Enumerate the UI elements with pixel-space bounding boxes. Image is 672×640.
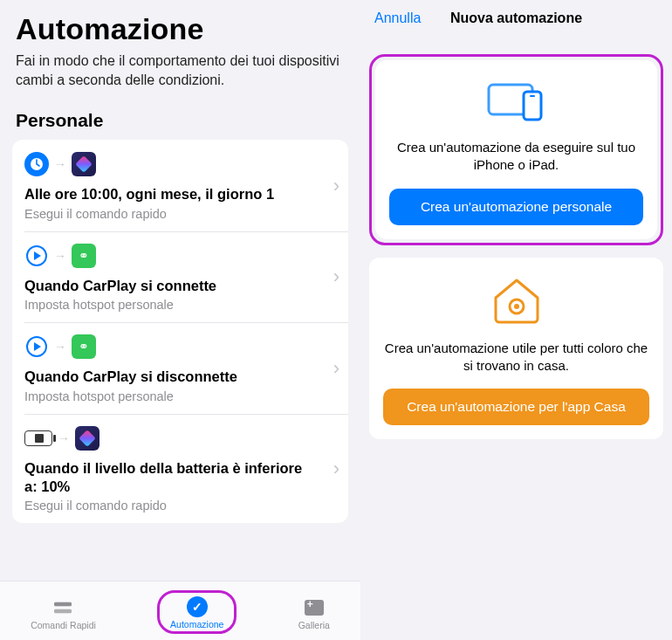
- home-icon: [490, 277, 543, 324]
- check-circle-icon: ✓: [185, 596, 209, 617]
- svg-point-9: [514, 304, 519, 309]
- devices-icon: [483, 79, 550, 123]
- page-title: Automazione: [16, 12, 345, 46]
- automation-subtitle: Imposta hotspot personale: [24, 298, 336, 312]
- automation-row[interactable]: → Alle ore 10:00, ogni mese, il giorno 1…: [12, 140, 348, 231]
- tab-galleria[interactable]: Galleria: [298, 597, 330, 630]
- create-personal-automation-button[interactable]: Crea un'automazione personale: [389, 189, 643, 225]
- home-automation-card: Crea un'automazione utile per tutti colo…: [369, 258, 663, 440]
- carplay-icon: [24, 334, 49, 359]
- carplay-icon: [24, 244, 49, 268]
- cancel-button[interactable]: Annulla: [374, 10, 421, 26]
- automation-title: Quando CarPlay si disconnette: [24, 368, 336, 386]
- automation-list: → Alle ore 10:00, ogni mese, il giorno 1…: [12, 140, 348, 523]
- svg-marker-2: [34, 251, 41, 260]
- svg-marker-4: [34, 342, 41, 351]
- link-icon: ⚭: [72, 334, 96, 359]
- arrow-right-icon: →: [54, 249, 66, 263]
- header: Automazione Fai in modo che il comportam…: [0, 0, 360, 96]
- automation-subtitle: Esegui il comando rapido: [24, 499, 336, 513]
- automation-title: Quando il livello della batteria è infer…: [24, 459, 336, 495]
- section-title-personale: Personale: [0, 96, 360, 140]
- automation-row[interactable]: → Quando il livello della batteria è inf…: [12, 414, 348, 523]
- new-automation-screen: Annulla Nuova automazione Crea un'automa…: [360, 0, 672, 640]
- tab-label: Galleria: [298, 620, 330, 630]
- tab-label: Comandi Rapidi: [31, 620, 96, 630]
- tab-automazione[interactable]: ✓ Automazione: [170, 596, 223, 630]
- arrow-right-icon: →: [54, 157, 66, 171]
- clock-icon: [24, 152, 49, 176]
- personal-card-text: Crea un'automazione da eseguire sul tuo …: [389, 139, 643, 175]
- chevron-right-icon: ›: [333, 458, 339, 480]
- automation-title: Alle ore 10:00, ogni mese, il giorno 1: [24, 185, 336, 203]
- personal-automation-highlight: Crea un'automazione da eseguire sul tuo …: [369, 54, 663, 245]
- tab-comandi-rapidi[interactable]: Comandi Rapidi: [31, 597, 96, 630]
- battery-icon: [24, 430, 52, 446]
- home-card-text: Crea un'automazione utile per tutti colo…: [383, 340, 649, 375]
- personal-automation-card: Crea un'automazione da eseguire sul tuo …: [375, 60, 657, 239]
- automation-list-screen: Automazione Fai in modo che il comportam…: [0, 0, 360, 640]
- automation-row[interactable]: → ⚭ Quando CarPlay si disconnette Impost…: [12, 322, 348, 414]
- arrow-right-icon: →: [54, 340, 66, 354]
- chevron-right-icon: ›: [333, 265, 339, 288]
- automation-title: Quando CarPlay si connette: [24, 277, 336, 295]
- arrow-right-icon: →: [58, 431, 70, 445]
- automation-subtitle: Imposta hotspot personale: [24, 389, 336, 403]
- gallery-icon: [302, 597, 326, 618]
- automation-row[interactable]: → ⚭ Quando CarPlay si connette Imposta h…: [12, 231, 348, 323]
- shortcuts-app-icon: [72, 152, 96, 176]
- link-icon: ⚭: [72, 244, 96, 268]
- layers-icon: [51, 597, 75, 618]
- tab-bar: Comandi Rapidi ✓ Automazione Galleria: [0, 581, 360, 640]
- page-subtitle: Fai in modo che il comportamento dei tuo…: [16, 52, 345, 89]
- chevron-right-icon: ›: [333, 175, 339, 197]
- nav-title: Nuova automazione: [450, 10, 582, 26]
- automation-subtitle: Esegui il comando rapido: [24, 207, 336, 221]
- shortcuts-app-icon: [75, 426, 99, 451]
- create-home-automation-button[interactable]: Crea un'automazione per l'app Casa: [383, 389, 649, 425]
- svg-rect-7: [530, 95, 535, 97]
- active-tab-highlight: ✓ Automazione: [157, 590, 237, 634]
- tab-label: Automazione: [170, 619, 223, 630]
- nav-bar: Annulla Nuova automazione: [369, 0, 663, 37]
- chevron-right-icon: ›: [333, 357, 339, 380]
